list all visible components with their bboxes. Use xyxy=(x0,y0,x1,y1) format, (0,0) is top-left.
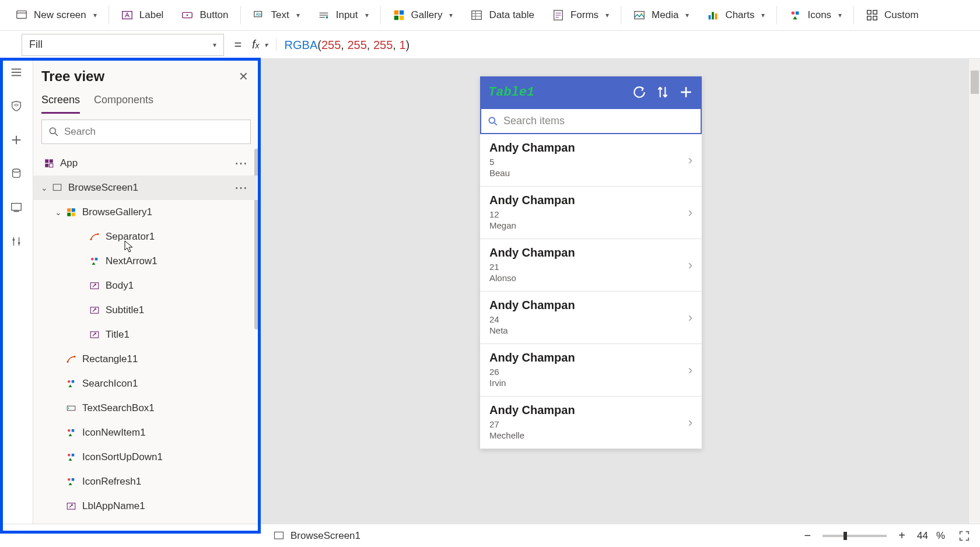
gallery-icon xyxy=(65,206,78,219)
chevron-down-icon: ▾ xyxy=(449,11,453,19)
advanced-tools-icon[interactable] xyxy=(9,234,24,249)
gallery-item[interactable]: Andy Champan26Irvin› xyxy=(480,344,702,397)
app-search-box[interactable]: Search items xyxy=(480,108,702,134)
media-panel-icon[interactable] xyxy=(9,200,24,215)
forms-button[interactable]: Forms ▾ xyxy=(544,5,617,25)
chevron-right-icon[interactable]: › xyxy=(688,363,692,378)
expand-icon[interactable]: ⌄ xyxy=(52,208,65,217)
svg-point-10 xyxy=(326,16,328,19)
tree-item-App[interactable]: App⋯ xyxy=(33,151,259,176)
tree-item-Subtitle1[interactable]: Subtitle1 xyxy=(33,298,259,322)
zoom-slider[interactable] xyxy=(822,535,887,537)
tree-item-SearchIcon1[interactable]: SearchIcon1 xyxy=(33,371,259,396)
tree-item-NextArrow1[interactable]: NextArrow1 xyxy=(33,249,259,274)
zoom-out-button[interactable]: − xyxy=(801,529,815,542)
tree-item-label: IconSortUpDown1 xyxy=(82,451,163,463)
hamburger-icon[interactable] xyxy=(9,65,24,80)
gallery-item[interactable]: Andy Champan21Alonso› xyxy=(480,239,702,292)
button-button[interactable]: Button xyxy=(173,5,236,25)
custom-button[interactable]: Custom xyxy=(858,5,927,25)
datatable-icon xyxy=(470,9,483,22)
property-name: Fill xyxy=(29,38,43,51)
tree-item-Separator1[interactable]: Separator1 xyxy=(33,225,259,249)
chevron-right-icon[interactable]: › xyxy=(688,258,692,273)
svg-rect-53 xyxy=(67,208,71,212)
charts-button[interactable]: Charts ▾ xyxy=(698,5,773,25)
svg-rect-33 xyxy=(873,16,877,20)
gallery-button[interactable]: Gallery ▾ xyxy=(384,5,461,25)
equals-sign: = xyxy=(224,37,252,52)
property-selector[interactable]: Fill ▾ xyxy=(22,34,224,56)
svg-point-72 xyxy=(68,454,71,457)
new-screen-button[interactable]: New screen ▾ xyxy=(7,5,105,25)
icon-icon xyxy=(65,426,78,439)
insert-icon[interactable] xyxy=(9,132,24,148)
fit-to-window-icon[interactable] xyxy=(958,530,971,542)
insert-toolbar: New screen ▾ Label Button Abc Text ▾ Inp… xyxy=(0,0,980,31)
charts-label: Charts xyxy=(725,9,754,21)
expand-icon[interactable]: ⌄ xyxy=(38,183,51,192)
tree-item-label: IconNewItem1 xyxy=(82,427,146,439)
left-rail xyxy=(0,59,33,524)
label-button[interactable]: Label xyxy=(113,5,172,25)
zoom-value: 44 xyxy=(917,530,928,542)
chevron-right-icon[interactable]: › xyxy=(688,205,692,220)
svg-point-44 xyxy=(13,239,15,241)
tree-item-Title1[interactable]: Title1 xyxy=(33,322,259,347)
chevron-right-icon[interactable]: › xyxy=(688,310,692,325)
formula-input[interactable]: RGBA(255, 255, 255, 1) xyxy=(276,38,980,52)
gallery-item[interactable]: Andy Champan24Neta› xyxy=(480,292,702,344)
datatable-button[interactable]: Data table xyxy=(462,5,542,25)
media-button[interactable]: Media ▾ xyxy=(625,5,697,25)
icons-button[interactable]: Icons ▾ xyxy=(780,5,850,25)
tree-item-BrowseGallery1[interactable]: ⌄BrowseGallery1 xyxy=(33,200,259,225)
more-icon[interactable]: ⋯ xyxy=(235,180,249,195)
app-title: Table1 xyxy=(488,85,624,100)
gallery-item[interactable]: Andy Champan27Mechelle› xyxy=(480,397,702,449)
tree-view-icon[interactable] xyxy=(9,99,24,114)
tree-item-IconNewItem1[interactable]: IconNewItem1 xyxy=(33,420,259,445)
gallery-item[interactable]: Andy Champan5Beau› xyxy=(480,134,702,187)
tree-search[interactable] xyxy=(41,120,251,144)
tree-item-IconRefresh1[interactable]: IconRefresh1 xyxy=(33,469,259,494)
tab-components[interactable]: Components xyxy=(94,90,153,114)
datatable-label: Data table xyxy=(489,9,534,21)
svg-rect-32 xyxy=(867,16,871,20)
label-label: Label xyxy=(139,9,164,21)
refresh-icon[interactable] xyxy=(632,85,647,100)
chevron-right-icon[interactable]: › xyxy=(688,415,692,430)
item-number: 24 xyxy=(489,314,692,324)
canvas-scrollbar[interactable] xyxy=(968,59,980,524)
tree-item-LblAppName1[interactable]: LblAppName1 xyxy=(33,494,259,518)
tree-item-BrowseScreen1[interactable]: ⌄BrowseScreen1⋯ xyxy=(33,176,259,200)
data-icon[interactable] xyxy=(9,166,24,181)
tree-item-IconSortUpDown1[interactable]: IconSortUpDown1 xyxy=(33,445,259,469)
text-button[interactable]: Abc Text ▾ xyxy=(244,5,308,25)
close-icon[interactable]: ✕ xyxy=(239,69,249,83)
gallery-item[interactable]: Andy Champan12Megan› xyxy=(480,187,702,239)
new-screen-label: New screen xyxy=(34,9,86,21)
add-icon[interactable] xyxy=(678,85,694,100)
tree-item-Rectangle11[interactable]: Rectangle11 xyxy=(33,347,259,371)
canvas[interactable]: Table1 Search items Andy Champan5Beau›An… xyxy=(259,59,980,524)
tab-screens[interactable]: Screens xyxy=(41,90,80,114)
svg-point-65 xyxy=(74,356,76,357)
fx-button[interactable]: fx▾ xyxy=(252,38,276,51)
chevron-right-icon[interactable]: › xyxy=(688,153,692,168)
svg-rect-25 xyxy=(709,15,711,19)
icon-icon xyxy=(65,451,78,464)
forms-label: Forms xyxy=(570,9,598,21)
tree-item-Body1[interactable]: Body1 xyxy=(33,274,259,298)
tree-search-input[interactable] xyxy=(64,126,244,138)
sort-icon[interactable] xyxy=(655,85,670,100)
zoom-in-button[interactable]: + xyxy=(895,529,909,542)
svg-point-79 xyxy=(489,117,495,123)
item-subtitle: Beau xyxy=(489,168,692,178)
svg-rect-56 xyxy=(72,213,75,216)
input-button[interactable]: Input ▾ xyxy=(309,5,377,25)
svg-point-64 xyxy=(67,361,69,363)
main-area: Tree view ✕ Screens Components App⋯⌄Brow… xyxy=(0,59,980,524)
tree-item-TextSearchBox1[interactable]: TextSearchBox1 xyxy=(33,396,259,420)
svg-rect-50 xyxy=(45,164,48,167)
more-icon[interactable]: ⋯ xyxy=(235,156,249,171)
